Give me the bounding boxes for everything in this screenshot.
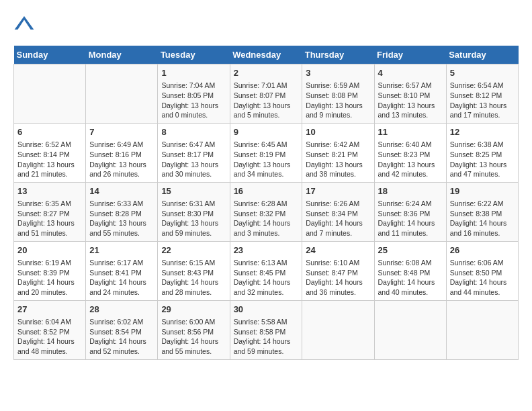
calendar-cell: 2Sunrise: 7:01 AMSunset: 8:07 PMDaylight… [230,64,302,124]
calendar-cell: 30Sunrise: 5:58 AMSunset: 8:58 PMDayligh… [230,300,302,359]
day-info: Sunrise: 5:58 AMSunset: 8:58 PMDaylight:… [234,317,299,357]
calendar-cell: 14Sunrise: 6:33 AMSunset: 8:28 PMDayligh… [86,182,158,241]
calendar-cell: 16Sunrise: 6:28 AMSunset: 8:32 PMDayligh… [230,182,302,241]
day-number: 9 [234,126,299,138]
calendar-cell: 5Sunrise: 6:54 AMSunset: 8:12 PMDaylight… [446,64,518,124]
calendar-cell: 10Sunrise: 6:42 AMSunset: 8:21 PMDayligh… [302,123,374,182]
day-number: 16 [234,185,299,197]
logo-icon [13,13,35,35]
calendar-cell [374,300,446,359]
calendar-cell: 25Sunrise: 6:08 AMSunset: 8:48 PMDayligh… [374,241,446,300]
calendar-cell: 17Sunrise: 6:26 AMSunset: 8:34 PMDayligh… [302,182,374,241]
day-info: Sunrise: 6:06 AMSunset: 8:50 PMDaylight:… [450,258,515,298]
calendar-cell: 7Sunrise: 6:49 AMSunset: 8:16 PMDaylight… [86,123,158,182]
calendar-cell: 18Sunrise: 6:24 AMSunset: 8:36 PMDayligh… [374,182,446,241]
day-info: Sunrise: 6:22 AMSunset: 8:38 PMDaylight:… [450,199,515,238]
header-thursday: Thursday [302,46,374,64]
day-number: 17 [306,185,370,197]
calendar-cell: 29Sunrise: 6:00 AMSunset: 8:56 PMDayligh… [158,300,230,359]
day-info: Sunrise: 6:42 AMSunset: 8:21 PMDaylight:… [306,140,370,179]
day-number: 3 [306,67,370,79]
calendar-cell: 20Sunrise: 6:19 AMSunset: 8:39 PMDayligh… [14,241,86,300]
day-info: Sunrise: 6:47 AMSunset: 8:17 PMDaylight:… [161,140,226,179]
calendar-week-1: 1Sunrise: 7:04 AMSunset: 8:05 PMDaylight… [14,64,519,124]
day-info: Sunrise: 6:15 AMSunset: 8:43 PMDaylight:… [161,258,226,298]
calendar-week-5: 27Sunrise: 6:04 AMSunset: 8:52 PMDayligh… [14,300,519,359]
header-monday: Monday [86,46,158,64]
day-info: Sunrise: 6:17 AMSunset: 8:41 PMDaylight:… [89,258,154,298]
day-info: Sunrise: 6:52 AMSunset: 8:14 PMDaylight:… [17,140,82,179]
day-number: 12 [450,126,515,138]
page-header [13,13,519,35]
day-number: 18 [378,185,443,197]
header-tuesday: Tuesday [158,46,230,64]
calendar-cell: 28Sunrise: 6:02 AMSunset: 8:54 PMDayligh… [86,300,158,359]
day-number: 25 [378,244,443,257]
day-info: Sunrise: 6:19 AMSunset: 8:39 PMDaylight:… [17,258,82,298]
calendar-cell [446,300,518,359]
calendar-cell: 24Sunrise: 6:10 AMSunset: 8:47 PMDayligh… [302,241,374,300]
day-info: Sunrise: 6:45 AMSunset: 8:19 PMDaylight:… [234,140,299,179]
calendar-cell: 23Sunrise: 6:13 AMSunset: 8:45 PMDayligh… [230,241,302,300]
calendar-cell: 9Sunrise: 6:45 AMSunset: 8:19 PMDaylight… [230,123,302,182]
day-info: Sunrise: 6:40 AMSunset: 8:23 PMDaylight:… [378,140,443,179]
day-info: Sunrise: 6:26 AMSunset: 8:34 PMDaylight:… [306,199,370,238]
calendar-table: SundayMondayTuesdayWednesdayThursdayFrid… [13,46,519,360]
day-info: Sunrise: 6:31 AMSunset: 8:30 PMDaylight:… [161,199,226,238]
day-info: Sunrise: 7:01 AMSunset: 8:07 PMDaylight:… [234,81,299,120]
day-info: Sunrise: 6:49 AMSunset: 8:16 PMDaylight:… [89,140,154,179]
day-number: 14 [89,185,154,197]
day-number: 24 [306,244,370,257]
day-info: Sunrise: 6:33 AMSunset: 8:28 PMDaylight:… [89,199,154,238]
day-info: Sunrise: 6:54 AMSunset: 8:12 PMDaylight:… [450,81,515,120]
calendar-week-3: 13Sunrise: 6:35 AMSunset: 8:27 PMDayligh… [14,182,519,241]
calendar-cell: 3Sunrise: 6:59 AMSunset: 8:08 PMDaylight… [302,64,374,124]
day-info: Sunrise: 6:10 AMSunset: 8:47 PMDaylight:… [306,258,370,298]
header-wednesday: Wednesday [230,46,302,64]
calendar-cell: 13Sunrise: 6:35 AMSunset: 8:27 PMDayligh… [14,182,86,241]
day-info: Sunrise: 6:35 AMSunset: 8:27 PMDaylight:… [17,199,82,238]
calendar-cell: 19Sunrise: 6:22 AMSunset: 8:38 PMDayligh… [446,182,518,241]
day-number: 15 [161,185,226,197]
day-number: 19 [450,185,515,197]
day-info: Sunrise: 6:57 AMSunset: 8:10 PMDaylight:… [378,81,443,120]
calendar-cell: 1Sunrise: 7:04 AMSunset: 8:05 PMDaylight… [158,64,230,124]
day-number: 8 [161,126,226,138]
calendar-cell: 8Sunrise: 6:47 AMSunset: 8:17 PMDaylight… [158,123,230,182]
calendar-cell: 22Sunrise: 6:15 AMSunset: 8:43 PMDayligh… [158,241,230,300]
header-friday: Friday [374,46,446,64]
day-number: 4 [378,67,443,79]
day-info: Sunrise: 6:04 AMSunset: 8:52 PMDaylight:… [17,317,82,357]
calendar-cell: 15Sunrise: 6:31 AMSunset: 8:30 PMDayligh… [158,182,230,241]
day-info: Sunrise: 6:59 AMSunset: 8:08 PMDaylight:… [306,81,370,120]
day-info: Sunrise: 6:28 AMSunset: 8:32 PMDaylight:… [234,199,299,238]
calendar-cell: 27Sunrise: 6:04 AMSunset: 8:52 PMDayligh… [14,300,86,359]
logo [13,13,38,35]
day-number: 5 [450,67,515,79]
day-info: Sunrise: 6:08 AMSunset: 8:48 PMDaylight:… [378,258,443,298]
calendar-cell: 11Sunrise: 6:40 AMSunset: 8:23 PMDayligh… [374,123,446,182]
calendar-header-row: SundayMondayTuesdayWednesdayThursdayFrid… [14,46,519,64]
day-number: 6 [17,126,82,138]
header-saturday: Saturday [446,46,518,64]
day-number: 11 [378,126,443,138]
day-number: 2 [234,67,299,79]
calendar-cell: 12Sunrise: 6:38 AMSunset: 8:25 PMDayligh… [446,123,518,182]
calendar-cell: 6Sunrise: 6:52 AMSunset: 8:14 PMDaylight… [14,123,86,182]
calendar-cell: 4Sunrise: 6:57 AMSunset: 8:10 PMDaylight… [374,64,446,124]
calendar-cell: 21Sunrise: 6:17 AMSunset: 8:41 PMDayligh… [86,241,158,300]
day-number: 22 [161,244,226,257]
day-number: 13 [17,185,82,197]
day-number: 28 [89,304,154,316]
calendar-cell: 26Sunrise: 6:06 AMSunset: 8:50 PMDayligh… [446,241,518,300]
day-number: 30 [234,304,299,316]
day-info: Sunrise: 6:13 AMSunset: 8:45 PMDaylight:… [234,258,299,298]
day-number: 1 [161,67,226,79]
day-info: Sunrise: 6:00 AMSunset: 8:56 PMDaylight:… [161,317,226,357]
day-info: Sunrise: 7:04 AMSunset: 8:05 PMDaylight:… [161,81,226,120]
day-number: 26 [450,244,515,257]
calendar-cell [14,64,86,124]
day-number: 10 [306,126,370,138]
calendar-cell [86,64,158,124]
day-info: Sunrise: 6:38 AMSunset: 8:25 PMDaylight:… [450,140,515,179]
